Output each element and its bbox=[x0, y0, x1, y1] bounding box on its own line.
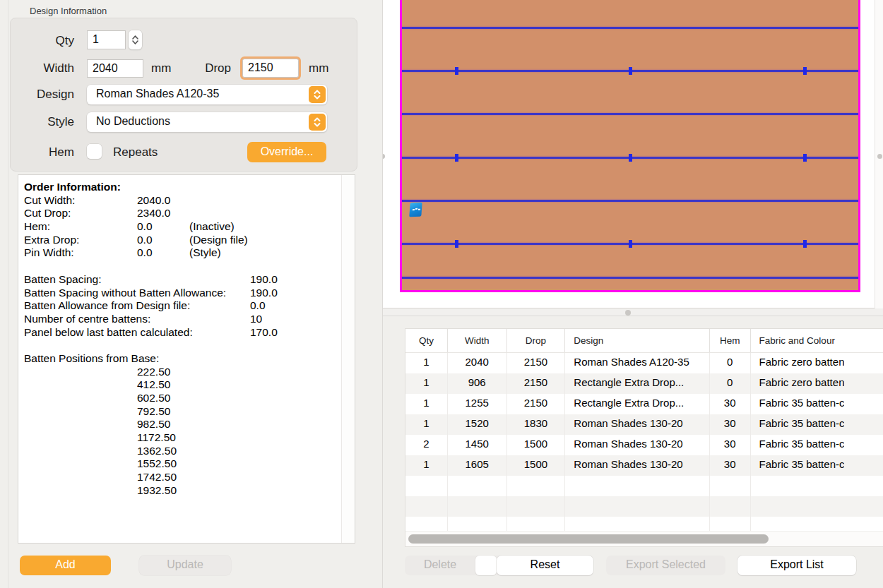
table-row-empty[interactable] bbox=[405, 496, 883, 517]
column-header-width[interactable]: Width bbox=[448, 329, 507, 352]
delete-reset-separator-button[interactable] bbox=[475, 556, 497, 575]
canvas-left-scroll-indicator bbox=[383, 154, 385, 159]
drop-label: Drop bbox=[182, 61, 231, 76]
order-info-row: Batten Spacing without Batten Allowance:… bbox=[24, 287, 339, 300]
qty-stepper[interactable] bbox=[129, 30, 142, 49]
reset-button[interactable]: Reset bbox=[497, 556, 593, 575]
batten-tick bbox=[629, 240, 632, 248]
canvas-vertical-scrollbar-track[interactable] bbox=[875, 0, 883, 308]
table-row[interactable]: 116051500Roman Shades 130-2030Fabric 35 … bbox=[405, 455, 883, 476]
order-info-row: Pin Width:0.0(Style) bbox=[24, 246, 339, 260]
order-info-row: Hem:0.0(Inactive) bbox=[24, 220, 339, 234]
batten-position-value: 412.50 bbox=[24, 378, 339, 392]
style-popup[interactable]: No Deductions bbox=[87, 112, 327, 132]
design-information-group-label: Design Information bbox=[30, 6, 107, 16]
batten-position-value: 1172.50 bbox=[24, 431, 339, 445]
qty-input[interactable]: 1 bbox=[87, 30, 126, 49]
canvas-vertical-scrollbar-thumb[interactable] bbox=[877, 154, 882, 159]
width-unit-label: mm bbox=[151, 61, 171, 76]
batten-tick bbox=[803, 67, 807, 75]
batten-tick bbox=[455, 67, 458, 75]
order-info-row: Extra Drop:0.0(Design file) bbox=[24, 234, 339, 247]
export-list-button[interactable]: Export List bbox=[737, 556, 856, 575]
batten-position-value: 222.50 bbox=[24, 366, 339, 379]
order-information-box: Order Information: Cut Width:2040.0 Cut … bbox=[18, 174, 355, 544]
drop-unit-label: mm bbox=[309, 61, 328, 76]
batten-tick bbox=[629, 67, 632, 75]
batten-line bbox=[402, 27, 858, 29]
add-button[interactable]: Add bbox=[20, 556, 111, 575]
fabric-swatch-icon[interactable] bbox=[409, 203, 422, 217]
batten-line bbox=[402, 113, 858, 115]
style-popup-value: No Deductions bbox=[96, 115, 170, 127]
order-info-row: Batten Spacing:190.0 bbox=[24, 273, 339, 287]
batten-position-value: 1742.50 bbox=[24, 471, 339, 484]
table-row[interactable]: 19062150Rectangle Extra Drop...0Fabric z… bbox=[405, 373, 883, 394]
table-horizontal-scrollbar-track[interactable] bbox=[405, 531, 883, 546]
design-label: Design bbox=[21, 88, 74, 102]
pane-splitter[interactable] bbox=[383, 308, 883, 316]
batten-position-value: 1362.50 bbox=[24, 445, 339, 458]
batten-tick bbox=[455, 240, 458, 248]
style-popup-chevrons-icon bbox=[309, 114, 326, 131]
order-info-row: Batten Allowance from Design file:0.0 bbox=[24, 299, 339, 313]
order-info-scrollbar-track[interactable] bbox=[341, 175, 355, 543]
batten-position-value: 982.50 bbox=[24, 418, 339, 431]
fabric-panel bbox=[400, 0, 860, 292]
order-info-title: Order Information: bbox=[24, 181, 339, 194]
batten-positions-title: Batten Positions from Base: bbox=[24, 352, 339, 366]
splitter-handle-icon[interactable] bbox=[625, 310, 631, 316]
width-input[interactable]: 2040 bbox=[87, 59, 143, 78]
chevron-down-icon bbox=[132, 40, 138, 44]
delete-button[interactable]: Delete bbox=[405, 558, 475, 571]
batten-tick bbox=[455, 154, 458, 162]
table-row[interactable]: 115201830Roman Shades 130-2030Fabric 35 … bbox=[405, 414, 883, 435]
batten-tick bbox=[629, 154, 632, 162]
column-header-design[interactable]: Design bbox=[565, 329, 709, 352]
batten-position-value: 602.50 bbox=[24, 392, 339, 405]
order-info-row: Number of centre battens:10 bbox=[24, 313, 339, 326]
column-header-qty[interactable]: Qty bbox=[405, 329, 448, 352]
export-selected-button[interactable]: Export Selected bbox=[606, 556, 725, 575]
design-popup-value: Roman Shades A120-35 bbox=[96, 88, 219, 100]
order-info-row: Panel below last batten calculated:170.0 bbox=[24, 326, 339, 340]
table-row[interactable]: 214501500Roman Shades 130-2030Fabric 35 … bbox=[405, 435, 883, 455]
design-popup-chevrons-icon bbox=[309, 86, 326, 103]
batten-line bbox=[402, 70, 858, 72]
table-row-empty[interactable] bbox=[405, 476, 883, 496]
batten-line bbox=[402, 157, 858, 159]
column-header-fabric[interactable]: Fabric and Colour bbox=[751, 329, 883, 352]
repeats-label: Repeats bbox=[113, 145, 158, 160]
hem-label: Hem bbox=[21, 145, 74, 160]
table-horizontal-scrollbar-thumb[interactable] bbox=[408, 534, 769, 544]
batten-position-value: 1552.50 bbox=[24, 457, 339, 471]
order-info-row: Cut Width:2040.0 bbox=[24, 194, 339, 208]
update-button[interactable]: Update bbox=[139, 556, 231, 575]
design-popup[interactable]: Roman Shades A120-35 bbox=[87, 85, 327, 104]
table-row[interactable]: 120402150Roman Shades A120-350Fabric zer… bbox=[405, 353, 883, 373]
override-button[interactable]: Override... bbox=[247, 142, 326, 162]
order-list-table: Qty Width Drop Design Hem Fabric and Col… bbox=[405, 328, 883, 547]
batten-position-value: 1932.50 bbox=[24, 484, 339, 498]
left-edge-divider bbox=[8, 0, 8, 588]
drop-input[interactable]: 2150 bbox=[242, 59, 299, 78]
app-window: Design Information Qty 1 Width 2040 mm D… bbox=[0, 0, 883, 588]
style-label: Style bbox=[21, 115, 74, 129]
qty-label: Qty bbox=[28, 34, 74, 48]
column-header-hem[interactable]: Hem bbox=[710, 329, 751, 352]
batten-tick bbox=[803, 240, 807, 248]
shade-preview-canvas[interactable] bbox=[383, 0, 875, 308]
column-header-drop[interactable]: Drop bbox=[507, 329, 566, 352]
order-info-text: Order Information: Cut Width:2040.0 Cut … bbox=[24, 181, 339, 498]
batten-line bbox=[402, 200, 858, 202]
batten-line bbox=[402, 277, 858, 279]
order-info-row: Cut Drop:2340.0 bbox=[24, 207, 339, 220]
hem-checkbox[interactable] bbox=[87, 144, 102, 159]
table-row-empty[interactable] bbox=[405, 517, 883, 532]
table-row[interactable]: 112552150Rectangle Extra Drop...30Fabric… bbox=[405, 394, 883, 414]
batten-line bbox=[402, 243, 858, 245]
chevron-up-icon bbox=[132, 35, 138, 40]
width-label: Width bbox=[21, 61, 74, 76]
delete-reset-button-group: Delete Reset bbox=[405, 556, 593, 575]
batten-tick bbox=[803, 154, 807, 162]
